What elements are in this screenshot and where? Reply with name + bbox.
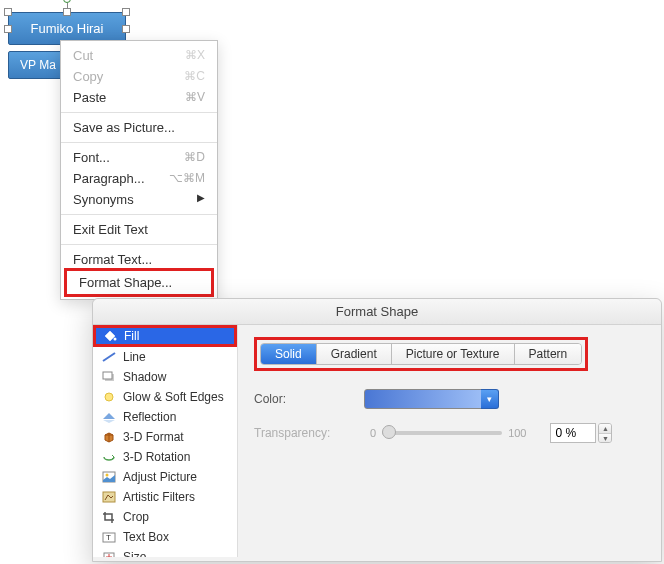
color-label: Color: [254, 392, 364, 406]
reflection-icon [101, 410, 117, 424]
highlight-format-shape: Format Shape... [64, 268, 214, 297]
transparency-field[interactable] [550, 423, 596, 443]
transparency-max: 100 [508, 427, 526, 439]
sidebar-item-line[interactable]: Line [93, 347, 237, 367]
sidebar-item-3d-rotation[interactable]: 3-D Rotation [93, 447, 237, 467]
svg-text:T: T [106, 533, 111, 542]
dialog-title: Format Shape [93, 299, 661, 325]
sidebar-item-shadow[interactable]: Shadow [93, 367, 237, 387]
sidebar-item-glow[interactable]: Glow & Soft Edges [93, 387, 237, 407]
menu-separator [61, 112, 217, 113]
tab-picture-texture[interactable]: Picture or Texture [392, 344, 515, 364]
shadow-icon [101, 370, 117, 384]
menu-font[interactable]: Font... ⌘D [61, 147, 217, 168]
color-well[interactable] [364, 389, 484, 409]
menu-paragraph[interactable]: Paragraph... ⌥⌘M [61, 168, 217, 189]
sidebar-item-text-box[interactable]: T Text Box [93, 527, 237, 547]
tab-gradient[interactable]: Gradient [317, 344, 392, 364]
menu-copy: Copy ⌘C [61, 66, 217, 87]
textbox-icon: T [101, 530, 117, 544]
resize-handle-w[interactable] [4, 25, 12, 33]
tab-pattern[interactable]: Pattern [515, 344, 582, 364]
sidebar-item-reflection[interactable]: Reflection [93, 407, 237, 427]
shape-name-text: Fumiko Hirai [31, 21, 104, 36]
resize-handle-nw[interactable] [4, 8, 12, 16]
svg-point-0 [114, 338, 117, 341]
svg-point-6 [106, 474, 109, 477]
resize-handle-e[interactable] [122, 25, 130, 33]
fill-type-segmented: Solid Gradient Picture or Texture Patter… [260, 343, 582, 365]
sidebar-item-size[interactable]: Size [93, 547, 237, 557]
transparency-row: Transparency: 0 100 ▲ ▼ [254, 423, 645, 443]
rotation-icon [101, 450, 117, 464]
org-shape-title-box[interactable]: VP Ma [8, 51, 68, 79]
svg-line-1 [103, 353, 115, 361]
picture-icon [101, 470, 117, 484]
menu-separator [61, 244, 217, 245]
chevron-updown-icon: ▾ [487, 394, 492, 404]
highlight-fill: Fill [93, 325, 237, 347]
line-icon [101, 350, 117, 364]
size-icon [101, 550, 117, 557]
svg-point-4 [105, 393, 113, 401]
transparency-min: 0 [370, 427, 376, 439]
shape-title-text: VP Ma [20, 58, 56, 72]
sidebar-item-fill[interactable]: Fill [96, 328, 234, 344]
menu-separator [61, 142, 217, 143]
dialog-sidebar: Fill Line Shadow Glow & Soft Edges Refle… [93, 325, 238, 557]
filter-icon [101, 490, 117, 504]
slider-thumb[interactable] [382, 425, 396, 439]
cube-icon [101, 430, 117, 444]
color-row: Color: ▾ [254, 389, 645, 409]
context-menu: Cut ⌘X Copy ⌘C Paste ⌘V Save as Picture.… [60, 40, 218, 300]
transparency-stepper[interactable]: ▲ ▼ [598, 423, 612, 443]
crop-icon [101, 510, 117, 524]
highlight-fill-tabs: Solid Gradient Picture or Texture Patter… [254, 337, 588, 371]
tab-solid[interactable]: Solid [261, 344, 317, 364]
resize-handle-ne[interactable] [122, 8, 130, 16]
color-dropdown-button[interactable]: ▾ [481, 389, 499, 409]
transparency-slider[interactable] [382, 431, 502, 435]
sidebar-item-3d-format[interactable]: 3-D Format [93, 427, 237, 447]
resize-handle-n[interactable] [63, 8, 71, 16]
menu-format-text[interactable]: Format Text... [61, 249, 217, 270]
menu-save-as-picture[interactable]: Save as Picture... [61, 117, 217, 138]
sidebar-item-crop[interactable]: Crop [93, 507, 237, 527]
transparency-label: Transparency: [254, 426, 364, 440]
svg-rect-3 [103, 372, 112, 379]
menu-format-shape[interactable]: Format Shape... [67, 272, 211, 293]
svg-rect-7 [103, 492, 115, 502]
stepper-down-icon[interactable]: ▼ [599, 434, 611, 443]
stepper-up-icon[interactable]: ▲ [599, 424, 611, 434]
sidebar-item-adjust-picture[interactable]: Adjust Picture [93, 467, 237, 487]
menu-synonyms[interactable]: Synonyms ▶ [61, 189, 217, 210]
chevron-right-icon: ▶ [197, 192, 205, 207]
dialog-content-pane: Solid Gradient Picture or Texture Patter… [238, 325, 661, 557]
sidebar-item-artistic-filters[interactable]: Artistic Filters [93, 487, 237, 507]
menu-exit-edit-text[interactable]: Exit Edit Text [61, 219, 217, 240]
menu-paste[interactable]: Paste ⌘V [61, 87, 217, 108]
paint-bucket-icon [102, 329, 118, 343]
menu-separator [61, 214, 217, 215]
glow-icon [101, 390, 117, 404]
format-shape-dialog: Format Shape Fill Line Shadow [92, 298, 662, 562]
menu-cut: Cut ⌘X [61, 45, 217, 66]
